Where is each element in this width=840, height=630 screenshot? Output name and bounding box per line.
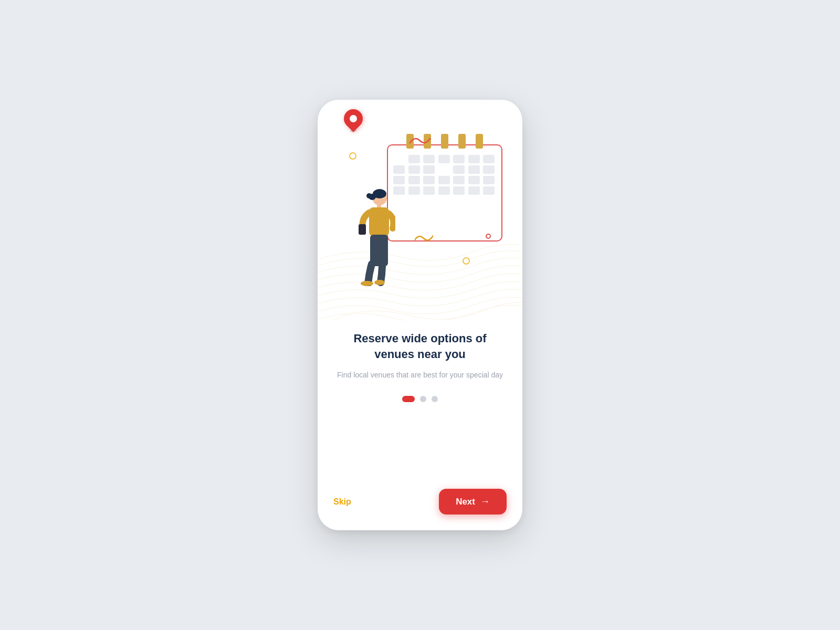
- calendar-ring: [476, 134, 483, 149]
- cal-cell: [483, 155, 495, 163]
- dot-inactive-2: [432, 396, 438, 402]
- cal-cell: [408, 165, 420, 174]
- cal-cell: [393, 155, 405, 163]
- cal-cell: [423, 155, 435, 163]
- person-illustration: [353, 186, 395, 286]
- deco-circle-red: [486, 234, 491, 239]
- cal-cell: [453, 186, 465, 195]
- skip-button[interactable]: Skip: [333, 497, 351, 507]
- cal-cell: [468, 165, 480, 174]
- cal-cell: [438, 155, 450, 163]
- calendar-ring: [458, 134, 466, 149]
- svg-rect-6: [359, 224, 366, 235]
- cal-cell: [438, 186, 450, 195]
- pagination-dots: [402, 396, 438, 402]
- cal-cell: [408, 155, 420, 163]
- main-title: Reserve wide options of venues near you: [333, 331, 507, 362]
- phone-card: Reserve wide options of venues near you …: [318, 100, 522, 530]
- calendar-ring: [441, 134, 448, 149]
- cal-cell: [423, 186, 435, 195]
- bottom-bar: Skip Next →: [318, 478, 522, 530]
- svg-rect-4: [377, 204, 381, 208]
- dot-inactive-1: [420, 396, 426, 402]
- deco-circle-yellow-1: [349, 152, 356, 160]
- subtitle: Find local venues that are best for your…: [337, 369, 503, 381]
- calendar-rings: [388, 134, 501, 149]
- cal-cell: [453, 155, 465, 163]
- next-button[interactable]: Next →: [439, 489, 507, 514]
- squiggle-bottom: [415, 234, 433, 243]
- cal-cell: [483, 165, 495, 174]
- svg-point-2: [366, 193, 372, 198]
- arrow-right-icon: →: [480, 496, 490, 507]
- location-pin: [344, 109, 363, 132]
- cal-cell: [438, 176, 450, 184]
- svg-point-9: [374, 280, 385, 285]
- cal-cell: [468, 155, 480, 163]
- cal-cell: [408, 186, 420, 195]
- squiggle-top: [410, 135, 430, 146]
- cal-cell: [468, 176, 480, 184]
- next-label: Next: [456, 497, 475, 507]
- cal-cell: [393, 176, 405, 184]
- cal-cell: [453, 176, 465, 184]
- svg-point-8: [361, 281, 373, 286]
- cal-cell: [423, 165, 435, 174]
- cal-cell-pin: [438, 165, 450, 174]
- pin-inner: [350, 115, 357, 122]
- calendar-grid: [388, 150, 501, 200]
- cal-cell: [468, 186, 480, 195]
- pin-head: [340, 106, 367, 132]
- cal-cell: [408, 176, 420, 184]
- cal-cell: [483, 176, 495, 184]
- svg-point-3: [373, 189, 386, 198]
- deco-circle-yellow-2: [463, 257, 470, 265]
- dot-active: [402, 396, 415, 402]
- cal-cell: [453, 165, 465, 174]
- cal-cell: [393, 165, 405, 174]
- illustration-area: [318, 100, 522, 320]
- cal-cell: [423, 176, 435, 184]
- content-area: Reserve wide options of venues near you …: [318, 320, 522, 478]
- cal-cell: [483, 186, 495, 195]
- calendar: [387, 144, 502, 242]
